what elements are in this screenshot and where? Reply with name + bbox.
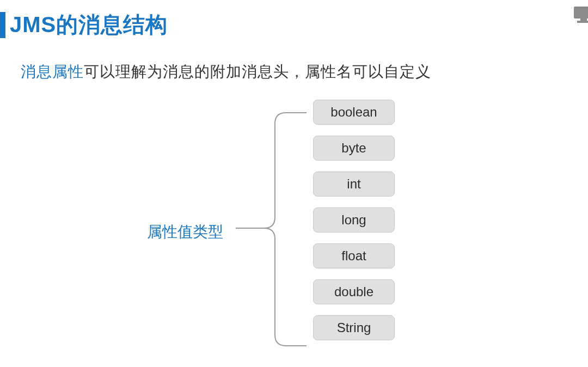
- diagram: 属性值类型 boolean byte int long float double…: [0, 97, 588, 359]
- svg-rect-1: [580, 19, 587, 21]
- title-accent-bar: [0, 12, 5, 38]
- subtitle-rest: 可以理解为消息的附加消息头，属性名可以自定义: [84, 63, 431, 80]
- center-label: 属性值类型: [147, 222, 223, 242]
- svg-rect-0: [574, 7, 588, 19]
- type-box: double: [313, 279, 395, 304]
- subtitle-highlight: 消息属性: [21, 63, 84, 80]
- subtitle: 消息属性可以理解为消息的附加消息头，属性名可以自定义: [21, 62, 588, 82]
- type-box: long: [313, 207, 395, 233]
- type-box: byte: [313, 136, 395, 161]
- type-list: boolean byte int long float double Strin…: [313, 100, 395, 340]
- page-title: JMS的消息结构: [10, 10, 168, 40]
- type-box: boolean: [313, 100, 395, 125]
- type-box: float: [313, 243, 395, 268]
- monitor-icon: [573, 4, 588, 24]
- type-box: int: [313, 172, 395, 197]
- brace-icon: [231, 103, 308, 353]
- title-bar: JMS的消息结构: [0, 0, 588, 40]
- type-box: String: [313, 315, 395, 340]
- svg-rect-2: [577, 21, 588, 23]
